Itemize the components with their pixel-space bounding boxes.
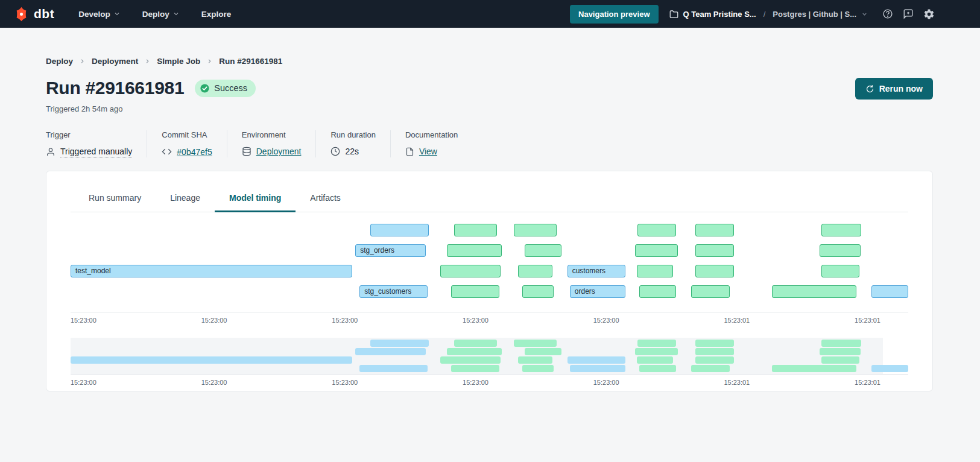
gantt-bar[interactable]: [525, 244, 561, 257]
chevron-right-icon: [144, 58, 151, 65]
meta-trigger: Trigger Triggered manually: [46, 130, 147, 157]
gantt-bar[interactable]: [637, 224, 676, 236]
feedback-icon[interactable]: [903, 8, 914, 19]
gantt-bar[interactable]: [820, 244, 861, 257]
gantt-bar-stg_customers[interactable]: stg_customers: [359, 285, 428, 298]
minimap-bar: [71, 356, 352, 364]
time-axis: 15:23:0015:23:0015:23:0015:23:0015:23:00…: [71, 374, 908, 385]
run-metadata: Trigger Triggered manually Commit SHA #0…: [46, 130, 933, 157]
tab-lineage[interactable]: Lineage: [156, 186, 215, 212]
gantt-bar[interactable]: [695, 224, 734, 236]
dbt-logo-text: dbt: [34, 7, 54, 21]
axis-tick: 15:23:00: [71, 379, 96, 386]
nav-item-develop[interactable]: Develop: [78, 10, 121, 19]
gantt-bar[interactable]: [821, 265, 860, 277]
gantt-row: test_modelcustomers: [71, 265, 908, 277]
nav-item-deploy[interactable]: Deploy: [142, 10, 180, 19]
chevron-down-icon: [113, 10, 121, 17]
gantt-bar[interactable]: [447, 244, 502, 257]
gantt-bar[interactable]: [518, 265, 552, 277]
gantt-bar[interactable]: [821, 224, 862, 236]
tab-run-summary[interactable]: Run summary: [74, 186, 156, 212]
rerun-now-button[interactable]: Rerun now: [855, 78, 933, 100]
time-axis: 15:23:0015:23:0015:23:0015:23:0015:23:00…: [71, 312, 908, 323]
meta-label: Documentation: [405, 130, 458, 139]
meta-label: Trigger: [46, 130, 132, 139]
gantt-bar[interactable]: [522, 285, 554, 298]
gantt-bar[interactable]: [451, 285, 500, 298]
gantt-bar[interactable]: [637, 265, 673, 277]
navbar-icons: [882, 8, 935, 20]
gantt-bar-stg_orders[interactable]: stg_orders: [355, 244, 426, 257]
settings-gear-icon[interactable]: [923, 8, 935, 20]
person-icon: [46, 147, 55, 157]
minimap-bar: [518, 356, 552, 364]
dbt-logo[interactable]: dbt: [13, 6, 54, 22]
document-icon: [405, 147, 414, 156]
project-selector[interactable]: Q Team Pristine S... / Postgres | Github…: [669, 10, 868, 19]
duration-value: 22s: [345, 147, 359, 156]
gantt-bar[interactable]: [772, 285, 856, 298]
nav-item-label: Deploy: [142, 10, 169, 19]
gantt-bar[interactable]: [454, 224, 497, 236]
gantt-bar[interactable]: [370, 224, 429, 236]
chevron-down-icon: [861, 11, 868, 17]
gantt-bar[interactable]: [695, 244, 734, 257]
nav-menu: Develop Deploy Explore: [78, 10, 231, 19]
gantt-row: [71, 224, 908, 236]
axis-tick: 15:23:00: [201, 379, 227, 386]
status-badge: Success: [195, 80, 256, 97]
gantt-bar[interactable]: [635, 244, 678, 257]
axis-tick: 15:23:00: [71, 317, 96, 324]
documentation-view-link[interactable]: View: [419, 147, 437, 156]
gantt-bar[interactable]: [440, 265, 501, 277]
run-detail-card: Run summary Lineage Model timing Artifac…: [46, 171, 933, 391]
tab-model-timing[interactable]: Model timing: [215, 186, 296, 212]
gantt-bar-customers[interactable]: customers: [567, 265, 625, 277]
code-icon: [162, 147, 172, 157]
minimap-bar: [695, 348, 734, 355]
gantt-bar[interactable]: [695, 265, 734, 277]
rerun-icon: [865, 84, 874, 93]
minimap-bar: [820, 348, 861, 355]
chevron-right-icon: [206, 58, 213, 65]
gantt-bar-test_model[interactable]: test_model: [71, 265, 352, 277]
gantt-bar-orders[interactable]: orders: [570, 285, 625, 298]
clock-icon: [330, 147, 340, 156]
breadcrumb-deploy[interactable]: Deploy: [46, 57, 73, 66]
gantt-bar[interactable]: [639, 285, 676, 298]
minimap-bar: [637, 340, 676, 347]
commit-sha-link[interactable]: #0b47ef5: [177, 147, 212, 157]
meta-documentation: Documentation View: [405, 130, 472, 157]
tab-artifacts[interactable]: Artifacts: [296, 186, 355, 212]
minimap-row: [71, 340, 908, 347]
gantt-bar[interactable]: [691, 285, 730, 298]
page-content: Deploy Deployment SImple Job Run #291661…: [0, 57, 980, 391]
minimap-bar: [370, 340, 429, 347]
meta-label: Environment: [242, 130, 302, 139]
meta-run-duration: Run duration 22s: [330, 130, 390, 157]
navigation-preview-button[interactable]: Navigation preview: [570, 5, 658, 24]
rerun-now-label: Rerun now: [879, 84, 923, 93]
help-icon[interactable]: [882, 8, 893, 19]
gantt-bar[interactable]: [871, 285, 908, 298]
chevron-down-icon: [172, 10, 180, 17]
gantt-minimap[interactable]: [71, 338, 908, 374]
trigger-value[interactable]: Triggered manually: [60, 147, 132, 157]
navbar-right: Navigation preview Q Team Pristine S... …: [570, 5, 935, 24]
meta-environment: Environment Deployment: [242, 130, 317, 157]
check-circle-icon: [200, 83, 210, 93]
nav-item-explore[interactable]: Explore: [201, 10, 232, 19]
breadcrumb-current-run: Run #291661981: [219, 57, 282, 66]
axis-tick: 15:23:01: [724, 317, 750, 324]
minimap-bar: [570, 365, 625, 372]
minimap-row: [71, 356, 908, 364]
breadcrumb-deployment[interactable]: Deployment: [92, 57, 138, 66]
minimap-bar: [514, 340, 557, 347]
environment-link[interactable]: Deployment: [256, 147, 302, 156]
meta-label: Run duration: [330, 130, 375, 139]
gantt-bar[interactable]: [514, 224, 557, 236]
minimap-row: [71, 348, 908, 355]
axis-tick: 15:23:00: [332, 379, 358, 386]
breadcrumb-simple-job[interactable]: SImple Job: [157, 57, 200, 66]
